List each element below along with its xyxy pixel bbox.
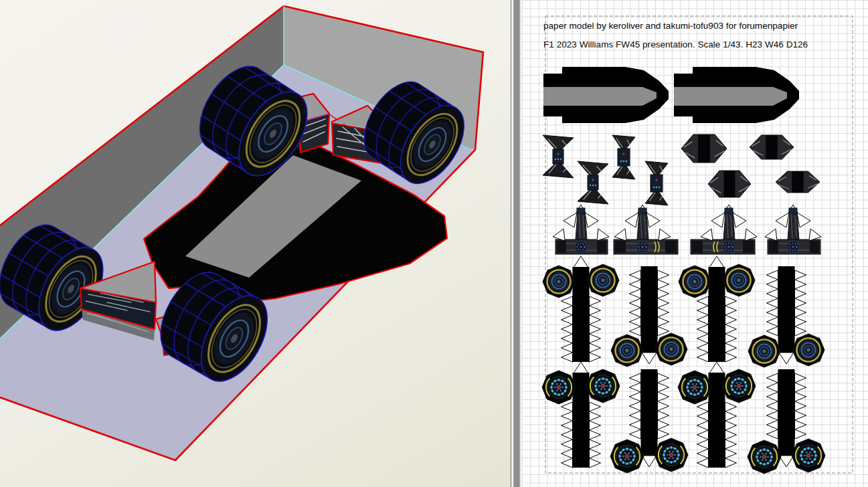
part-wing-element-3[interactable] xyxy=(750,135,794,159)
part-tire-strip-8[interactable] xyxy=(748,369,825,474)
part-airbox-1[interactable] xyxy=(543,135,574,178)
part-wing-element-4[interactable] xyxy=(776,171,820,193)
part-tire-strip-7[interactable] xyxy=(678,362,756,468)
part-suspension-4[interactable] xyxy=(765,205,821,254)
page-credit-line: paper model by keroliver and takumi-tofu… xyxy=(543,21,798,31)
page-preview-pane[interactable]: paper model by keroliver and takumi-tofu… xyxy=(522,0,868,487)
part-tire-strip-3[interactable] xyxy=(679,256,755,362)
part-tire-strip-1[interactable] xyxy=(543,256,619,362)
part-tire-strip-6[interactable] xyxy=(610,369,688,473)
part-airbox-4[interactable] xyxy=(645,161,668,205)
part-wing-element-2[interactable] xyxy=(708,171,751,197)
app-window: paper model by keroliver and takumi-tofu… xyxy=(0,0,868,487)
viewport-3d[interactable] xyxy=(0,0,511,487)
part-tire-strip-2[interactable] xyxy=(611,266,687,367)
part-wing-element-1[interactable] xyxy=(681,134,727,163)
part-tire-strip-4[interactable] xyxy=(748,266,824,367)
pane-splitter[interactable] xyxy=(511,0,522,487)
part-suspension-3[interactable] xyxy=(691,205,757,254)
part-tire-strip-5[interactable] xyxy=(542,362,620,468)
scene-3d[interactable] xyxy=(0,0,511,487)
part-body-half-right[interactable] xyxy=(674,67,799,123)
page-info-line: F1 2023 Williams FW45 presentation. Scal… xyxy=(543,39,808,50)
part-airbox-2[interactable] xyxy=(578,161,608,204)
part-suspension-1[interactable] xyxy=(553,205,609,254)
part-body-half-left[interactable] xyxy=(543,67,669,123)
part-suspension-2[interactable] xyxy=(614,205,678,254)
part-airbox-3[interactable] xyxy=(612,135,635,179)
